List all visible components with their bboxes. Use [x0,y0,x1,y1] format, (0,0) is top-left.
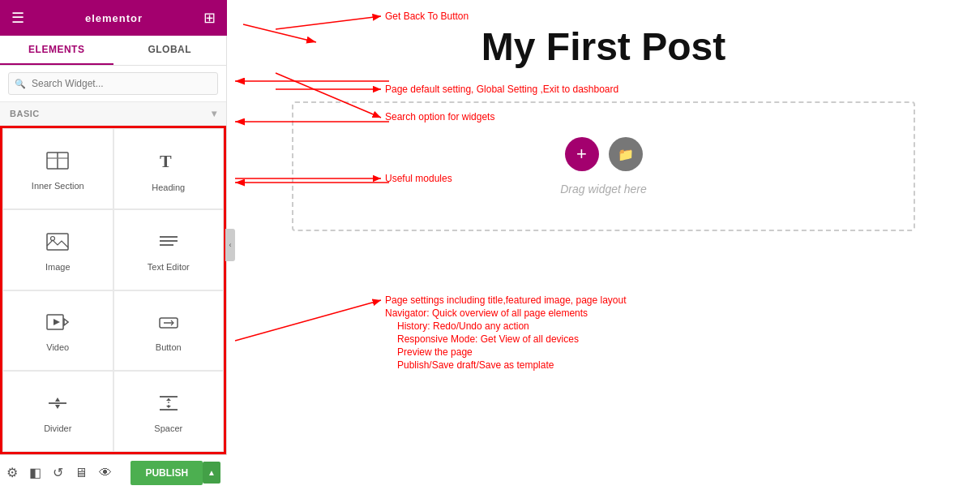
post-title: My First Post [292,24,915,69]
widget-text-editor[interactable]: Text Editor [113,209,225,290]
drop-zone: + 📁 Drag widget here [292,101,915,231]
svg-marker-21 [166,398,171,401]
svg-text:T: T [160,151,172,171]
widget-spacer-label: Spacer [154,423,182,433]
spacer-icon [157,394,180,417]
widget-divider-label: Divider [44,423,71,433]
layers-icon[interactable]: ◧ [29,465,41,480]
widget-image[interactable]: Image [2,209,113,290]
drag-text: Drag widget here [560,183,647,196]
widget-text-editor-label: Text Editor [148,262,190,272]
category-label: BASIC [10,109,40,118]
widget-video-label: Video [46,342,69,352]
folder-icon: 📁 [618,147,634,162]
settings-icon[interactable]: ⚙ [6,465,18,480]
svg-marker-22 [166,406,171,408]
tab-global[interactable]: GLOBAL [113,36,227,65]
inner-section-icon [46,152,69,174]
widget-video[interactable]: Video [2,290,113,372]
text-editor-icon [157,233,180,256]
history-icon[interactable]: ↺ [53,465,63,480]
search-input[interactable] [8,72,218,95]
svg-rect-5 [47,234,68,250]
publish-button[interactable]: PUBLISH [131,461,203,485]
grid-icon[interactable]: ⊞ [203,9,216,27]
image-icon [46,233,69,256]
responsive-icon[interactable]: 🖥 [75,466,88,480]
svg-marker-16 [55,398,60,402]
add-section-button[interactable]: + [565,137,599,171]
video-icon [46,313,69,336]
widget-divider[interactable]: Divider [2,371,113,452]
widget-button[interactable]: Button [113,290,225,372]
hamburger-icon[interactable]: ☰ [11,9,24,27]
template-folder-button[interactable]: 📁 [609,137,643,171]
widget-spacer[interactable]: Spacer [113,371,225,452]
tab-elements[interactable]: ELEMENTS [0,36,113,65]
widget-inner-section[interactable]: Inner Section [2,128,113,209]
widget-image-label: Image [45,262,71,272]
elementor-logo: elementor [85,12,143,24]
heading-icon: T [158,150,179,176]
button-icon [157,313,180,336]
collapse-icon[interactable]: ▾ [212,108,217,119]
widget-inner-section-label: Inner Section [32,181,84,191]
widget-heading-label: Heading [152,183,185,192]
widget-button-label: Button [156,342,182,352]
svg-marker-11 [64,319,68,325]
divider-icon [46,394,69,417]
plus-icon: + [576,145,587,163]
sidebar-collapse-handle[interactable]: ‹ [229,241,232,249]
preview-icon[interactable]: 👁 [99,466,112,480]
svg-marker-17 [55,405,60,409]
widget-heading[interactable]: T Heading [113,128,225,209]
svg-marker-12 [53,319,60,325]
publish-arrow-icon[interactable]: ▲ [203,462,220,484]
